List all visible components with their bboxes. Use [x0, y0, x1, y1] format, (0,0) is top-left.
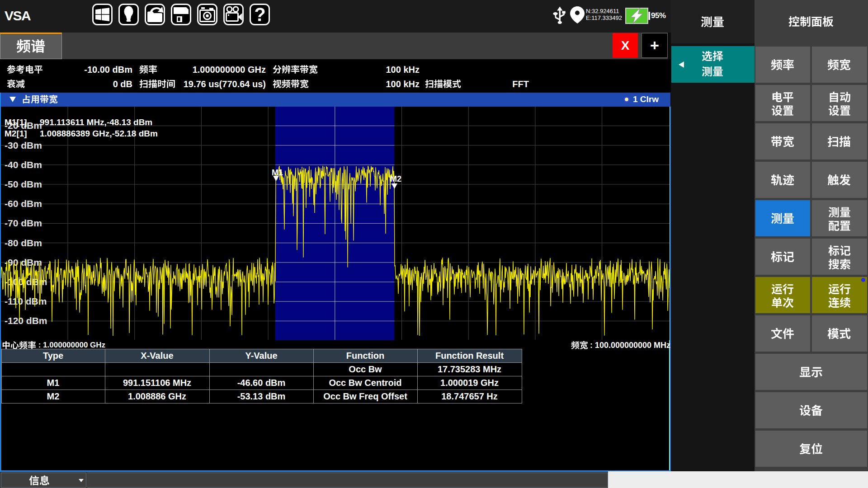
svg-text:M2[1]: M2[1]	[5, 129, 27, 138]
svg-text:-120 dBm: -120 dBm	[5, 315, 47, 326]
svg-text:-80 dBm: -80 dBm	[5, 238, 42, 248]
svg-text:-60 dBm: -60 dBm	[5, 198, 42, 209]
svg-text:-40 dBm: -40 dBm	[5, 160, 42, 170]
svg-text:M1: M1	[272, 168, 283, 177]
svg-text:M1[1]: M1[1]	[5, 117, 27, 127]
svg-text:-30 dBm: -30 dBm	[5, 140, 42, 150]
svg-text:1.008886389 GHz,-52.18 dBm: 1.008886389 GHz,-52.18 dBm	[40, 129, 158, 138]
svg-text:-70 dBm: -70 dBm	[5, 218, 42, 228]
svg-text:991.113611 MHz,-48.13 dBm: 991.113611 MHz,-48.13 dBm	[40, 117, 152, 127]
svg-text:M2: M2	[390, 174, 401, 183]
svg-text:-50 dBm: -50 dBm	[5, 179, 42, 189]
